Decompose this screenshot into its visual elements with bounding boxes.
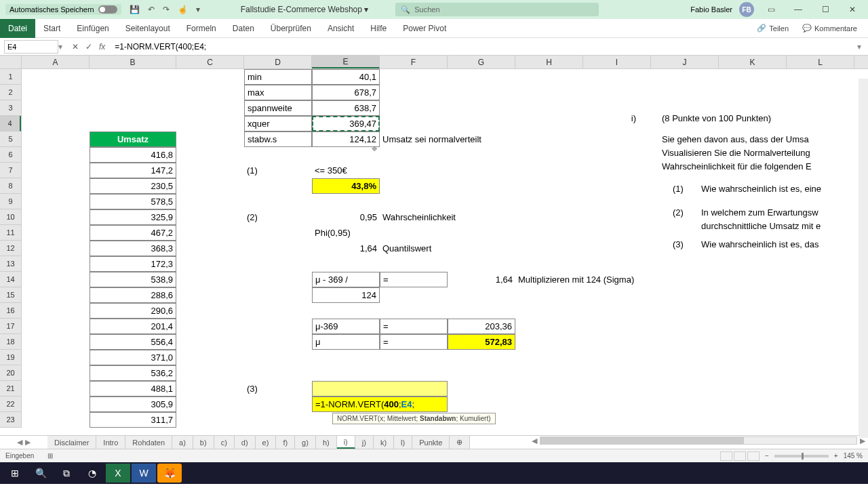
- col-header-h[interactable]: H: [515, 56, 583, 68]
- cell-d2[interactable]: max: [244, 85, 312, 100]
- cell-b[interactable]: 556,4: [90, 334, 176, 350]
- sheet-tab[interactable]: l): [394, 436, 412, 449]
- tab-hilfe[interactable]: Hilfe: [362, 19, 395, 38]
- row-header[interactable]: 14: [0, 272, 21, 287]
- cell-b[interactable]: 368,3: [90, 241, 176, 256]
- search-button[interactable]: 🔍: [28, 464, 53, 483]
- excel-icon[interactable]: X: [106, 464, 130, 483]
- sheet-tab[interactable]: g): [295, 436, 316, 449]
- close-button[interactable]: ✕: [842, 3, 863, 16]
- cell-b5-header[interactable]: Umsatz: [90, 131, 176, 147]
- sheet-tab[interactable]: h): [316, 436, 337, 449]
- cell-b[interactable]: 536,2: [90, 365, 176, 381]
- horizontal-scrollbar[interactable]: ◀ ▶: [529, 436, 868, 445]
- vertical-scrollbar[interactable]: [859, 79, 868, 438]
- cell-b[interactable]: 578,5: [90, 194, 176, 209]
- row-header[interactable]: 15: [0, 287, 21, 303]
- cell-e18[interactable]: μ: [312, 334, 380, 350]
- row-header[interactable]: 5: [0, 131, 21, 147]
- col-header-b[interactable]: B: [90, 56, 176, 68]
- autosave-toggle[interactable]: Automatisches Speichern: [5, 4, 121, 15]
- tab-nav[interactable]: ◀ ▶: [0, 436, 47, 449]
- cell-b[interactable]: 467,2: [90, 225, 176, 241]
- col-header-j[interactable]: J: [651, 56, 719, 68]
- cell-b[interactable]: 371,0: [90, 350, 176, 365]
- view-normal-icon[interactable]: [720, 451, 732, 461]
- cell-b[interactable]: 416,8: [90, 147, 176, 163]
- tab-start[interactable]: Start: [35, 19, 68, 38]
- view-pagelayout-icon[interactable]: [734, 451, 746, 461]
- cell-e3[interactable]: 638,7: [312, 100, 380, 116]
- row-header[interactable]: 13: [0, 256, 21, 272]
- ribbon-mode-icon[interactable]: ▭: [761, 3, 781, 16]
- app-icon[interactable]: ◔: [80, 464, 104, 483]
- row-header[interactable]: 8: [0, 178, 21, 194]
- row-header[interactable]: 21: [0, 381, 21, 396]
- view-pagebreak-icon[interactable]: [747, 451, 760, 461]
- zoom-slider[interactable]: [774, 455, 829, 458]
- row-header[interactable]: 9: [0, 194, 21, 209]
- row-header[interactable]: 1: [0, 69, 21, 85]
- col-header-g[interactable]: G: [448, 56, 515, 68]
- tab-powerpivot[interactable]: Power Pivot: [395, 19, 454, 38]
- sheet-tab[interactable]: Intro: [96, 436, 125, 449]
- cell-f14[interactable]: =: [380, 272, 448, 287]
- cell-e4[interactable]: 369,47: [312, 116, 380, 131]
- cell-b[interactable]: 201,4: [90, 319, 176, 334]
- row-header[interactable]: 2: [0, 85, 21, 100]
- col-header-a[interactable]: A: [22, 56, 90, 68]
- cell-e17[interactable]: μ-369: [312, 319, 380, 334]
- sheet-tab[interactable]: c): [214, 436, 235, 449]
- cell-d7[interactable]: (1): [244, 163, 312, 178]
- cell-d4[interactable]: xquer: [244, 116, 312, 131]
- share-button[interactable]: 🔗 Teilen: [751, 22, 794, 35]
- row-header[interactable]: 18: [0, 334, 21, 350]
- sheet-tab[interactable]: Rohdaten: [125, 436, 172, 449]
- cell-b[interactable]: 147,2: [90, 163, 176, 178]
- cell-b[interactable]: 288,6: [90, 287, 176, 303]
- sheet-tab[interactable]: b): [193, 436, 214, 449]
- tab-daten[interactable]: Daten: [224, 19, 262, 38]
- tab-ansicht[interactable]: Ansicht: [319, 19, 362, 38]
- row-header[interactable]: 6: [0, 147, 21, 163]
- maximize-button[interactable]: ☐: [815, 3, 835, 16]
- cell-g14[interactable]: 1,64: [448, 272, 515, 287]
- col-header-i[interactable]: I: [583, 56, 651, 68]
- redo-icon[interactable]: ↷: [163, 5, 170, 14]
- cell-b[interactable]: 311,7: [90, 412, 176, 428]
- taskview-button[interactable]: ⧉: [54, 464, 79, 483]
- col-header-l[interactable]: L: [787, 56, 854, 68]
- cell-e12[interactable]: 1,64: [312, 241, 380, 256]
- cell-b[interactable]: 305,9: [90, 396, 176, 412]
- cell-d21[interactable]: (3): [244, 381, 312, 396]
- cell-e8[interactable]: 43,8%: [312, 178, 380, 194]
- sheet-tab[interactable]: Disclaimer: [47, 436, 96, 449]
- col-header-k[interactable]: K: [719, 56, 787, 68]
- cell-e14[interactable]: μ - 369 /: [312, 272, 380, 287]
- search-box[interactable]: 🔍 Suchen: [395, 3, 599, 16]
- user-name[interactable]: Fabio Basler: [690, 5, 732, 14]
- sheet-tab[interactable]: e): [256, 436, 277, 449]
- comments-button[interactable]: 💬 Kommentare: [797, 22, 863, 35]
- row-header[interactable]: 22: [0, 396, 21, 412]
- cell-e7[interactable]: <= 350€: [312, 163, 380, 178]
- row-header[interactable]: 12: [0, 241, 21, 256]
- row-header[interactable]: 11: [0, 225, 21, 241]
- cell-f10[interactable]: Wahrscheinlichkeit: [380, 209, 515, 225]
- cells[interactable]: Umsatz 416,8 147,2 230,5 578,5 325,9 467…: [22, 69, 868, 435]
- zoom-out-icon[interactable]: −: [765, 452, 769, 460]
- cell-d1[interactable]: min: [244, 69, 312, 85]
- row-header[interactable]: 16: [0, 303, 21, 319]
- fx-icon[interactable]: fx: [99, 42, 105, 52]
- sheet-tab[interactable]: a): [172, 436, 193, 449]
- document-title[interactable]: Fallstudie E-Commerce Webshop ▾: [241, 5, 369, 14]
- sheet-tab[interactable]: j): [355, 436, 374, 449]
- sheet-tab-active[interactable]: i): [337, 436, 355, 449]
- cell-h14[interactable]: Multiplizieren mit 124 (Sigma): [515, 272, 692, 287]
- cell-b[interactable]: 290,6: [90, 303, 176, 319]
- row-header[interactable]: 19: [0, 350, 21, 365]
- cell-e15[interactable]: 124: [312, 287, 380, 303]
- sheet-tab[interactable]: k): [374, 436, 394, 449]
- row-header[interactable]: 10: [0, 209, 21, 225]
- col-header-f[interactable]: F: [380, 56, 448, 68]
